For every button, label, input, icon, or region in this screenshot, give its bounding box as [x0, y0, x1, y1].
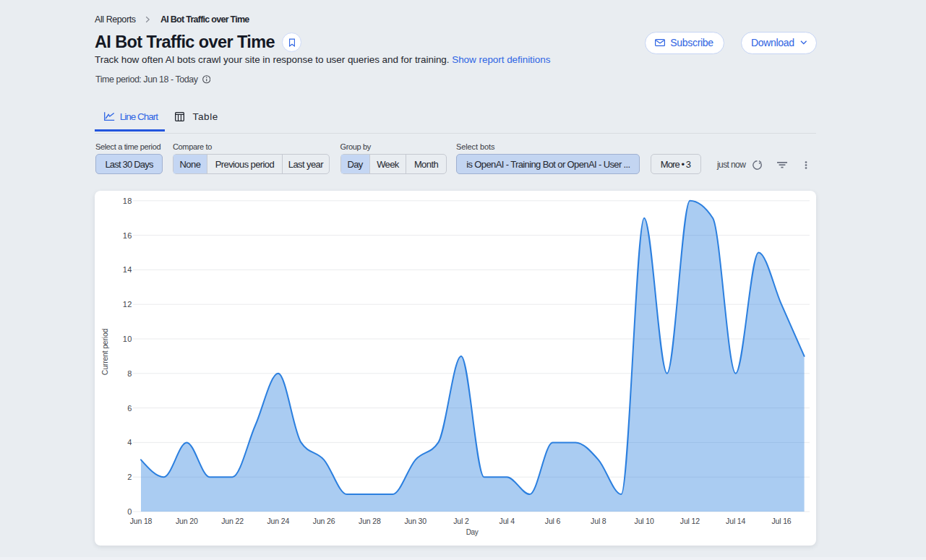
svg-text:Day: Day — [466, 528, 479, 536]
svg-text:Jun 18: Jun 18 — [130, 516, 153, 525]
svg-text:Jun 20: Jun 20 — [176, 516, 198, 525]
svg-text:10: 10 — [123, 334, 132, 343]
svg-text:18: 18 — [123, 196, 132, 204]
svg-text:Jun 28: Jun 28 — [359, 516, 381, 525]
svg-text:14: 14 — [123, 265, 132, 274]
svg-text:12: 12 — [123, 300, 132, 309]
svg-text:Jul 14: Jul 14 — [726, 516, 745, 525]
svg-text:Jul 12: Jul 12 — [680, 516, 700, 525]
svg-text:8: 8 — [127, 369, 132, 377]
svg-text:4: 4 — [127, 438, 132, 447]
svg-text:Jul 4: Jul 4 — [500, 516, 515, 525]
svg-text:Jul 10: Jul 10 — [635, 516, 654, 525]
svg-text:Jul 2: Jul 2 — [453, 516, 469, 525]
svg-text:Jul 16: Jul 16 — [771, 516, 791, 525]
svg-text:Jun 26: Jun 26 — [313, 516, 335, 525]
svg-text:0: 0 — [127, 507, 132, 515]
svg-text:Jun 30: Jun 30 — [404, 516, 426, 525]
svg-text:Jul 6: Jul 6 — [545, 516, 561, 525]
svg-text:2: 2 — [127, 473, 132, 481]
svg-text:16: 16 — [123, 231, 132, 239]
svg-text:Current period: Current period — [100, 328, 109, 375]
svg-text:6: 6 — [127, 403, 132, 412]
svg-text:Jul 8: Jul 8 — [591, 516, 606, 525]
svg-text:Jun 24: Jun 24 — [267, 516, 290, 525]
svg-text:Jun 22: Jun 22 — [221, 516, 244, 525]
